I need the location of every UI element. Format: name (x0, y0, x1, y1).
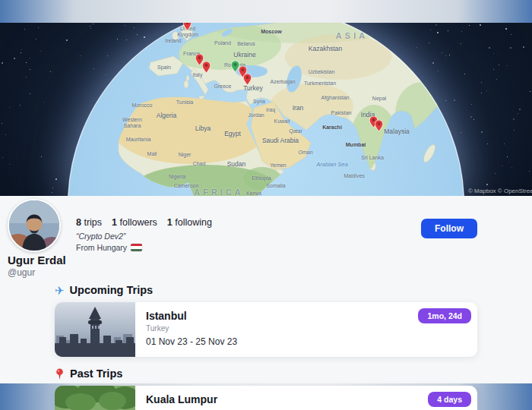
profile-from-label: From Hungary (76, 243, 127, 252)
profile-bio: “Crypto Dev2” (76, 232, 212, 241)
trip-dates: 01 Nov 23 - 25 Nov 23 (146, 336, 237, 347)
map-attribution-text[interactable]: © Mapbox © OpenStreetMap (468, 188, 532, 194)
trip-duration-badge: 1mo, 24d (418, 308, 471, 323)
trip-city: Istanbul (146, 310, 237, 322)
past-trips-list: Kuala Lumpur4 days (55, 386, 477, 410)
profile-from: From Hungary (76, 243, 212, 252)
profile-content: 8 trips1 followers1 following “Crypto De… (0, 196, 532, 383)
upcoming-trips-header: ✈ Upcoming Trips (55, 284, 477, 296)
trips-section: ✈ Upcoming Trips IstanbulTurkey01 Nov 23… (0, 284, 532, 410)
profile-stats: 8 trips1 followers1 following (76, 217, 212, 228)
trip-info: IstanbulTurkey01 Nov 23 - 25 Nov 23 (135, 302, 248, 357)
round-pushpin-icon (55, 368, 65, 380)
trip-card[interactable]: IstanbulTurkey01 Nov 23 - 25 Nov 231mo, … (55, 302, 477, 357)
stat-following[interactable]: 1 following (167, 217, 212, 228)
page: { "profile": { "name": "Ugur Erdal", "us… (0, 0, 532, 410)
stat-followers[interactable]: 1 followers (112, 217, 157, 228)
profile-section: 8 trips1 followers1 following “Crypto De… (0, 196, 532, 278)
avatar (8, 199, 61, 252)
stat-trips: 8 trips (76, 217, 102, 228)
map-pin[interactable] (375, 120, 383, 131)
past-trips-title: Past Trips (70, 367, 122, 380)
map-pins (0, 23, 532, 196)
trip-info: Kuala Lumpur (135, 386, 228, 410)
follow-button[interactable]: Follow (421, 219, 477, 238)
upcoming-trips-title: Upcoming Trips (70, 284, 154, 296)
past-trips-header: Past Trips (55, 367, 477, 380)
profile-name: Ugur Erdal (8, 254, 520, 266)
travel-profile-app: United KingdomIrelandFranceSpainItalyPol… (0, 23, 532, 383)
map-pin[interactable] (183, 23, 192, 30)
trip-thumbnail-istanbul-cityscape (55, 302, 135, 357)
trip-country: Turkey (146, 324, 237, 333)
trip-city: Kuala Lumpur (146, 393, 217, 405)
map-pin[interactable] (202, 62, 211, 73)
map-attribution[interactable]: © Mapbox © OpenStreetMap (468, 188, 532, 194)
profile-username: @ugur (8, 267, 520, 278)
airplane-icon: ✈ (55, 285, 65, 296)
trip-duration-badge: 4 days (428, 392, 471, 407)
hungary-flag-icon (131, 244, 142, 251)
map-pin[interactable] (243, 74, 252, 85)
upcoming-trips-list: IstanbulTurkey01 Nov 23 - 25 Nov 231mo, … (55, 302, 477, 357)
trip-card[interactable]: Kuala Lumpur4 days (55, 386, 477, 410)
trip-thumbnail-kuala-lumpur-park (55, 386, 135, 410)
world-map[interactable]: United KingdomIrelandFranceSpainItalyPol… (0, 23, 532, 196)
